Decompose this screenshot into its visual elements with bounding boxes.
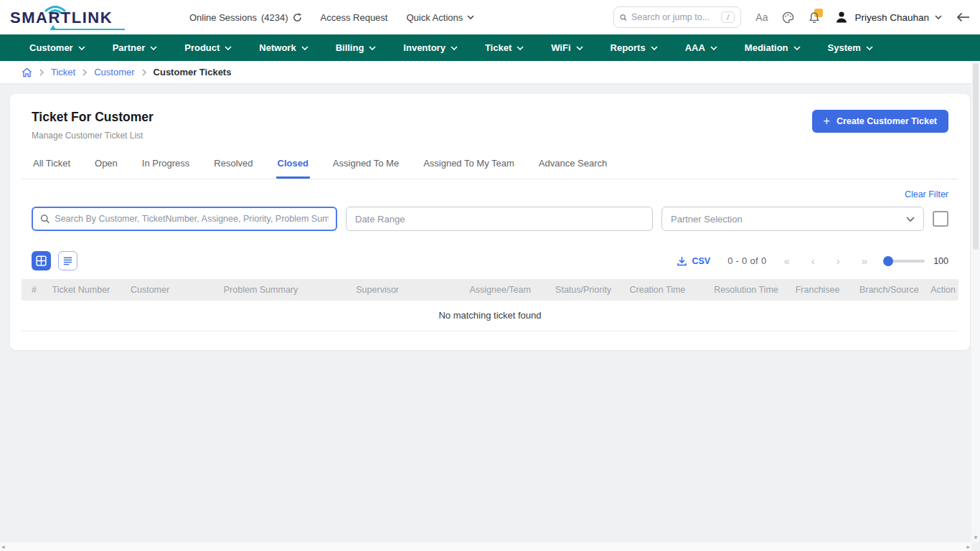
- breadcrumb-current: Customer Tickets: [154, 67, 232, 77]
- nav-item-network[interactable]: Network: [248, 34, 319, 61]
- col-status-priority: Status/Priority: [550, 279, 623, 301]
- list-toolbar: CSV 0 - 0 of 0 « ‹ › » 100: [22, 251, 958, 270]
- filters-row: Partner Selection: [22, 207, 958, 231]
- vertical-scrollbar-thumb[interactable]: [973, 63, 979, 250]
- refresh-icon[interactable]: [293, 13, 302, 22]
- chevron-down-icon: [866, 46, 873, 50]
- back-arrow-icon[interactable]: [956, 12, 970, 22]
- slash-shortcut-badge: /: [721, 11, 735, 23]
- nav-item-product[interactable]: Product: [174, 34, 242, 61]
- nav-item-wifi[interactable]: WiFi: [540, 34, 593, 61]
- filter-checkbox[interactable]: [933, 211, 948, 227]
- nav-item-billing[interactable]: Billing: [325, 34, 387, 61]
- tab-assigned-to-my-team[interactable]: Assigned To My Team: [422, 155, 516, 179]
- empty-message: No matching ticket found: [22, 301, 958, 331]
- list-view-button[interactable]: [58, 251, 77, 270]
- nav-item-mediation[interactable]: Mediation: [734, 34, 811, 61]
- col-branch-source: Branch/Source: [854, 279, 925, 301]
- col-assignee-team: Assignee/Team: [463, 279, 550, 301]
- ticket-search-input[interactable]: [55, 214, 329, 224]
- tab-all-ticket[interactable]: All Ticket: [32, 155, 72, 179]
- global-search[interactable]: /: [613, 6, 741, 28]
- pagination-range: 0 - 0 of 0: [727, 255, 766, 266]
- breadcrumb-ticket[interactable]: Ticket: [51, 67, 75, 77]
- grid-view-button[interactable]: [32, 251, 51, 270]
- tab-open[interactable]: Open: [93, 155, 119, 179]
- slider-knob[interactable]: [883, 256, 893, 266]
- export-csv-button[interactable]: CSV: [677, 256, 710, 266]
- tab-closed[interactable]: Closed: [276, 155, 310, 179]
- horizontal-scrollbar[interactable]: ◂ ▸: [0, 542, 971, 551]
- create-customer-ticket-button[interactable]: + Create Customer Ticket: [812, 110, 948, 133]
- col-franchisee: Franchisee: [790, 279, 854, 301]
- chevron-down-icon: [150, 46, 157, 50]
- chevron-down-icon: [78, 46, 85, 50]
- chevron-down-icon: [651, 46, 658, 50]
- online-sessions-link[interactable]: Online Sessions (4234): [189, 12, 302, 23]
- access-request-link[interactable]: Access Request: [321, 12, 388, 23]
- chevron-down-icon: [451, 46, 458, 50]
- breadcrumb-customer[interactable]: Customer: [94, 67, 134, 77]
- nav-item-inventory[interactable]: Inventory: [392, 34, 468, 61]
- tab-advance-search[interactable]: Advance Search: [537, 155, 608, 179]
- logo-underline: [50, 29, 125, 30]
- col-action: Action: [925, 279, 958, 301]
- chevron-down-icon: [576, 46, 583, 50]
- palette-icon: [782, 11, 794, 24]
- list-icon: [62, 255, 73, 266]
- font-size-toggle[interactable]: Aa: [755, 11, 768, 23]
- user-menu[interactable]: Priyesh Chauhan: [834, 10, 942, 24]
- scroll-left-arrow[interactable]: ◂: [1, 544, 5, 550]
- bell-icon: [809, 11, 820, 24]
- plus-icon: +: [824, 116, 830, 127]
- clear-filter-link[interactable]: Clear Filter: [905, 189, 948, 199]
- chevron-right-icon: [142, 69, 146, 76]
- online-sessions-label: Online Sessions: [189, 12, 257, 23]
- breadcrumb: Ticket Customer Customer Tickets: [0, 61, 980, 84]
- online-sessions-count: (4234): [261, 12, 288, 23]
- chevron-right-icon: [39, 69, 44, 76]
- ticket-table: # Ticket Number Customer Problem Summary…: [22, 279, 958, 331]
- smartlink-logo[interactable]: SMARTLINK: [10, 4, 131, 30]
- nav-item-partner[interactable]: Partner: [102, 34, 169, 61]
- page-title: Ticket For Customer: [32, 110, 154, 125]
- chevron-down-icon: [906, 217, 915, 222]
- nav-item-system[interactable]: System: [817, 34, 884, 61]
- nav-item-reports[interactable]: Reports: [600, 34, 669, 61]
- page-subtitle: Manage Customer Ticket List: [32, 131, 154, 141]
- col-ticket-number: Ticket Number: [46, 279, 125, 301]
- global-search-input[interactable]: [631, 12, 717, 22]
- prev-page-button[interactable]: ‹: [811, 255, 815, 266]
- ticket-list-card: Ticket For Customer Manage Customer Tick…: [10, 94, 970, 350]
- table-header-row: # Ticket Number Customer Problem Summary…: [22, 279, 958, 301]
- chevron-right-icon: [83, 69, 87, 76]
- page-size-slider[interactable]: [885, 260, 925, 263]
- empty-state-row: No matching ticket found: [22, 301, 958, 331]
- partner-selection-dropdown[interactable]: Partner Selection: [661, 207, 924, 231]
- home-icon[interactable]: [22, 67, 32, 77]
- nav-item-aaa[interactable]: AAA: [674, 34, 728, 61]
- date-range-input[interactable]: [346, 207, 653, 231]
- quick-actions-menu[interactable]: Quick Actions: [406, 12, 474, 23]
- col-index: #: [22, 279, 46, 301]
- first-page-button[interactable]: «: [783, 255, 789, 266]
- scroll-down-arrow[interactable]: ▾: [971, 534, 980, 541]
- search-icon: [40, 214, 50, 224]
- tab-assigned-to-me[interactable]: Assigned To Me: [331, 155, 400, 179]
- vertical-scrollbar[interactable]: ▾: [971, 62, 980, 542]
- nav-item-customer[interactable]: Customer: [19, 34, 96, 61]
- nav-item-ticket[interactable]: Ticket: [474, 34, 534, 61]
- scroll-right-arrow[interactable]: ▸: [966, 544, 970, 550]
- tab-in-progress[interactable]: In Progress: [141, 155, 191, 179]
- notifications-button[interactable]: [809, 11, 820, 24]
- avatar-icon: [834, 10, 849, 24]
- next-page-button[interactable]: ›: [837, 255, 840, 266]
- last-page-button[interactable]: »: [862, 255, 867, 266]
- ticket-search-field[interactable]: [32, 207, 337, 231]
- chevron-down-icon: [369, 46, 376, 50]
- main-content: Ticket For Customer Manage Customer Tick…: [0, 84, 980, 360]
- download-icon: [677, 256, 687, 266]
- theme-palette-button[interactable]: [782, 11, 794, 24]
- tab-resolved[interactable]: Resolved: [212, 155, 254, 179]
- ticket-tabs: All Ticket Open In Progress Resolved Clo…: [22, 155, 958, 179]
